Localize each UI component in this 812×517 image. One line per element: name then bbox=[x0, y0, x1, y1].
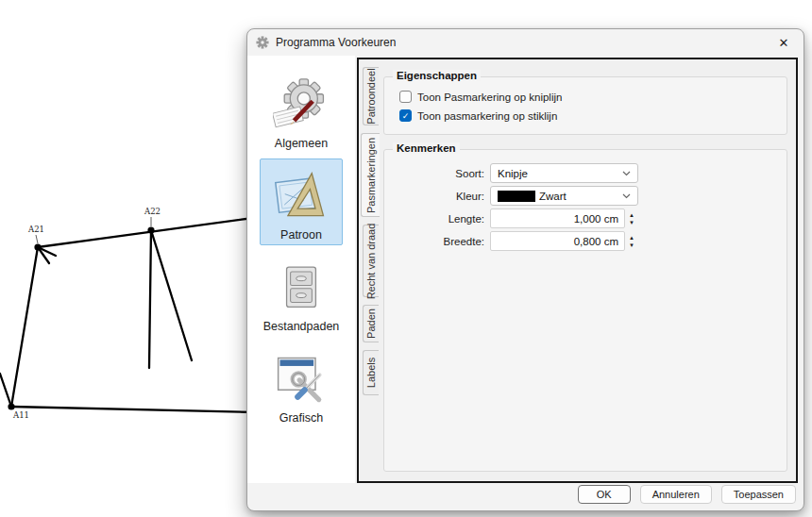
breedte-label: Breedte: bbox=[399, 236, 490, 247]
checkbox-pasmarkering-stiklijn[interactable]: ✓ Toon pasmarkering op stiklijn bbox=[399, 109, 777, 122]
pattern-points[interactable] bbox=[8, 226, 154, 409]
breedte-spinbox: 0,800 cm ▲ ▼ bbox=[490, 231, 638, 251]
spin-down-icon[interactable]: ▼ bbox=[627, 242, 636, 249]
point-label-A11: A11 bbox=[12, 410, 29, 420]
app-gear-icon bbox=[256, 36, 269, 49]
close-icon[interactable]: ✕ bbox=[768, 31, 800, 54]
sidebar-item-patroon[interactable]: Patroon bbox=[260, 158, 343, 245]
sidebar-item-grafisch[interactable]: Grafisch bbox=[260, 342, 343, 428]
soort-select[interactable]: Knipje bbox=[490, 163, 638, 183]
dialog-title: Programma Voorkeuren bbox=[276, 36, 768, 49]
sidebar-item-label: Patroon bbox=[280, 228, 322, 242]
ok-button[interactable]: OK bbox=[578, 485, 631, 504]
sidebar-item-bestandpaden[interactable]: Bestandpaden bbox=[260, 250, 343, 337]
point-A21 bbox=[34, 243, 41, 250]
sidebar-item-algemeen[interactable]: Algemeen bbox=[260, 67, 343, 154]
sidebar-item-label: Bestandpaden bbox=[263, 320, 340, 333]
point-A22 bbox=[147, 226, 154, 233]
kleur-label: Kleur: bbox=[399, 191, 490, 202]
tab-labels[interactable]: Labels bbox=[363, 350, 379, 395]
checkbox-icon bbox=[399, 91, 412, 103]
preferences-dialog: Programma Voorkeuren ✕ bbox=[246, 28, 804, 511]
point-label-A22: A22 bbox=[144, 207, 161, 216]
sidebar-item-label: Grafisch bbox=[279, 411, 324, 425]
lengte-spinbox: 1,000 cm ▲ ▼ bbox=[490, 208, 638, 228]
tab-page-pasmarkeringen: Eigenschappen Toon Pasmarkering op knipl… bbox=[379, 59, 796, 481]
point-label-A21: A21 bbox=[27, 225, 44, 234]
spin-up-icon[interactable]: ▲ bbox=[627, 234, 636, 242]
spin-up-icon[interactable]: ▲ bbox=[627, 211, 636, 219]
dialog-body: Algemeen Patroon bbox=[247, 56, 804, 483]
kleur-select[interactable]: Zwart bbox=[490, 186, 638, 206]
sidebar-item-label: Algemeen bbox=[275, 137, 328, 150]
color-swatch bbox=[498, 191, 535, 202]
point-A11 bbox=[8, 403, 14, 409]
window-tools-icon bbox=[271, 349, 331, 409]
vertical-tab-strip: Patroondeel Pasmarkeringen Recht van dra… bbox=[359, 59, 379, 481]
lengte-input[interactable]: 1,000 cm bbox=[490, 208, 625, 228]
cancel-button[interactable]: Annuleren bbox=[640, 485, 712, 504]
checkbox-check-icon: ✓ bbox=[399, 109, 412, 122]
tab-paden[interactable]: Paden bbox=[363, 305, 379, 342]
group-title: Eigenschappen bbox=[393, 70, 481, 81]
breedte-input[interactable]: 0,800 cm bbox=[490, 231, 625, 251]
group-title: Kenmerken bbox=[393, 142, 460, 154]
soort-label: Soort: bbox=[399, 168, 490, 179]
tab-pasmarkeringen[interactable]: Pasmarkeringen bbox=[361, 133, 380, 217]
gear-pencil-icon bbox=[271, 75, 331, 135]
dialog-titlebar[interactable]: Programma Voorkeuren ✕ bbox=[247, 29, 804, 56]
dialog-button-row: OK Annuleren Toepassen bbox=[247, 483, 804, 510]
settings-panel: Patroondeel Pasmarkeringen Recht van dra… bbox=[357, 58, 798, 483]
spin-down-icon[interactable]: ▼ bbox=[627, 219, 636, 226]
group-eigenschappen: Eigenschappen Toon Pasmarkering op knipl… bbox=[383, 76, 787, 135]
chevron-down-icon bbox=[622, 193, 631, 199]
tab-recht-van-draad[interactable]: Recht van draad bbox=[363, 225, 379, 297]
chevron-down-icon bbox=[622, 171, 631, 176]
group-kenmerken: Kenmerken Soort: Knipje Kleur: bbox=[383, 149, 787, 472]
category-sidebar: Algemeen Patroon bbox=[247, 56, 355, 483]
lengte-label: Lengte: bbox=[399, 213, 490, 225]
tab-patroondeel[interactable]: Patroondeel bbox=[363, 67, 379, 125]
apply-button[interactable]: Toepassen bbox=[721, 485, 796, 504]
checkbox-pasmarkering-kniplijn[interactable]: Toon Pasmarkering op kniplijn bbox=[399, 91, 777, 103]
file-cabinet-icon bbox=[271, 258, 331, 318]
pattern-ruler-icon bbox=[271, 166, 331, 226]
